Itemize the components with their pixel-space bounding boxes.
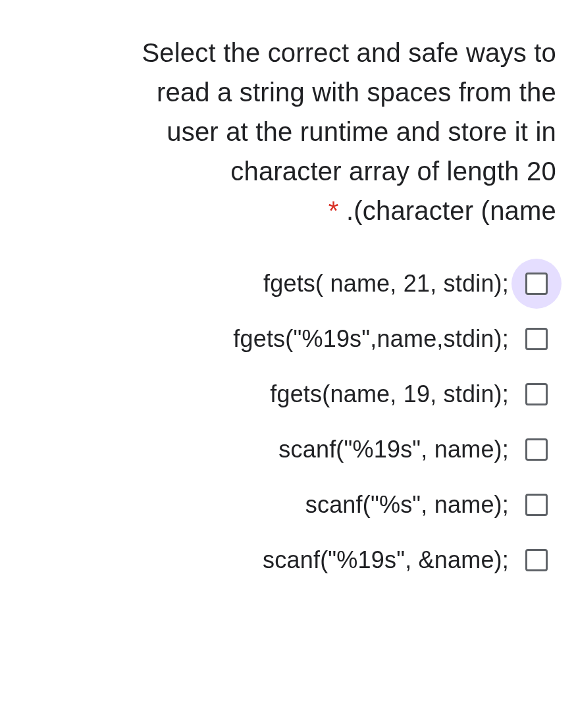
option-label-5: scanf("%19s", &name); [263,546,509,574]
option-label-1: fgets("%19s",name,stdin); [233,325,509,353]
question-line-2: read a string with spaces from the [157,78,556,107]
checkbox-wrapper-2 [523,381,550,407]
checkbox-3[interactable] [525,438,548,461]
checkbox-wrapper-5 [523,547,550,573]
checkbox-wrapper-4 [523,492,550,518]
question-line-3: user at the runtime and store it in [167,117,556,146]
checkbox-0[interactable] [525,273,548,295]
checkbox-wrapper-0 [523,271,550,297]
option-label-3: scanf("%19s", name); [278,436,509,463]
option-row-5: scanf("%19s", &name); [20,546,550,574]
checkbox-5[interactable] [525,549,548,571]
option-row-0: fgets( name, 21, stdin); [20,270,550,298]
option-row-3: scanf("%19s", name); [20,436,550,463]
required-asterisk: * [328,196,339,225]
checkbox-4[interactable] [525,494,548,516]
checkbox-2[interactable] [525,383,548,405]
question-line-1: Select the correct and safe ways to [142,38,556,67]
option-label-0: fgets( name, 21, stdin); [263,270,509,298]
question-line-5: .(character (name [346,196,556,225]
option-row-1: fgets("%19s",name,stdin); [20,325,550,353]
option-label-2: fgets(name, 19, stdin); [270,380,509,408]
checkbox-wrapper-1 [523,326,550,352]
question-line-4: character array of length 20 [230,157,556,186]
checkbox-1[interactable] [525,328,548,350]
question-text: Select the correct and safe ways to read… [20,33,556,230]
checkbox-wrapper-3 [523,436,550,463]
options-container: fgets( name, 21, stdin); fgets("%19s",na… [20,270,556,574]
option-label-4: scanf("%s", name); [305,491,509,519]
option-row-4: scanf("%s", name); [20,491,550,519]
option-row-2: fgets(name, 19, stdin); [20,380,550,408]
